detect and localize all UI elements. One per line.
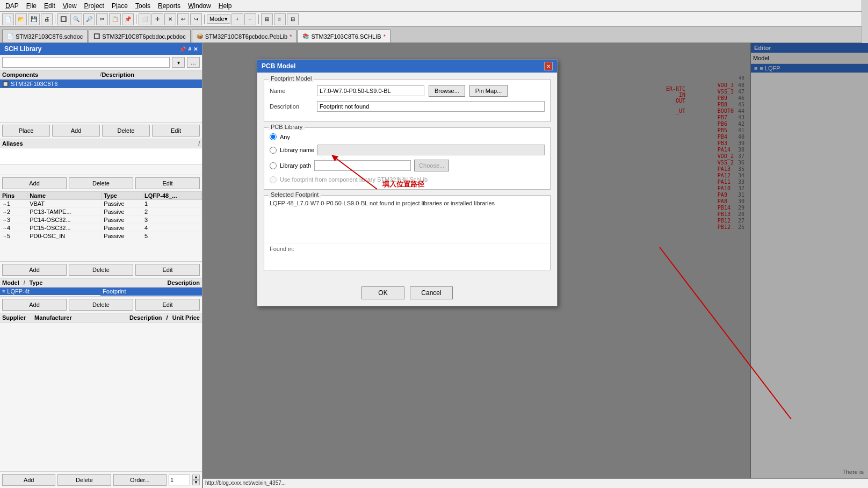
choose-btn[interactable]: Choose...	[414, 160, 449, 171]
order-qty-spinner: ▲ ▼	[192, 475, 200, 485]
toolbar-layer[interactable]: ≡	[274, 13, 286, 25]
add-supplier-button[interactable]: Add	[2, 474, 55, 486]
edit-alias-button[interactable]: Edit	[135, 177, 200, 189]
edit-model-button[interactable]: Edit	[135, 299, 200, 311]
description-input[interactable]	[317, 101, 545, 112]
description-row: Description	[270, 101, 545, 112]
menu-edit[interactable]: Edit	[41, 1, 59, 11]
tab-schlib[interactable]: 📚 STM32F103C8T6.SCHLIB *	[298, 30, 390, 42]
aliases-section-header: Aliases /	[0, 139, 202, 148]
fp-found-in-row: Found in:	[264, 243, 550, 256]
edit-pin-button[interactable]: Edit	[135, 264, 200, 276]
tab-pcblib-icon: 📦	[197, 33, 203, 39]
fp-not-found-text: LQFP-48_L7.0-W7.0-P0.50-LS9.0-BL not fou…	[264, 196, 550, 211]
place-button[interactable]: Place	[2, 125, 50, 137]
pin-map-btn[interactable]: Pin Map...	[469, 85, 508, 97]
search-action-btn[interactable]: …	[187, 57, 200, 68]
delete-supplier-button[interactable]: Delete	[57, 474, 111, 486]
tab-schlib-label: STM32F103C8T6.SCHLIB	[311, 33, 381, 40]
library-path-input[interactable]	[314, 160, 411, 171]
toolbar-grid[interactable]: ⊞	[261, 13, 273, 25]
component-name-stm32: STM32F103C8T6	[11, 81, 57, 87]
tab-pcblib-label: STM32F10C8T6pcbdoc.PcbLib	[205, 33, 287, 40]
toolbar-mode-btn[interactable]: Mode▾	[207, 15, 230, 24]
tab-pcblib[interactable]: 📦 STM32F10C8T6pcbdoc.PcbLib *	[192, 30, 297, 42]
toolbar-extra[interactable]: ⊟	[287, 13, 299, 25]
toolbar-zoomout[interactable]: 🔎	[83, 13, 95, 25]
add-alias-button[interactable]: Add	[2, 177, 67, 189]
tab-pcblib-modified: *	[290, 33, 292, 40]
found-in-label: Found in:	[270, 246, 294, 252]
component-item-stm32[interactable]: 🔲 STM32F103C8T6	[0, 80, 202, 88]
status-text: There is	[842, 469, 864, 475]
ok-button[interactable]: OK	[361, 286, 404, 299]
toolbar-sep4	[258, 15, 259, 24]
menu-place[interactable]: Place	[108, 1, 131, 11]
radio-component-row: Use footprint from component library STM…	[270, 176, 545, 184]
menu-file[interactable]: File	[23, 1, 40, 11]
menu-help[interactable]: Help	[215, 1, 235, 11]
menu-dap[interactable]: DAP	[2, 1, 22, 11]
tab-pcbdoc[interactable]: 🔲 STM32F10C8T6pcbdoc.pcbdoc	[89, 30, 190, 42]
there-is-text: There is	[842, 469, 864, 475]
radio-any[interactable]	[270, 133, 277, 140]
aliases-area	[0, 148, 202, 175]
panel-float-icon[interactable]: #	[188, 46, 191, 52]
cancel-button[interactable]: Cancel	[410, 286, 453, 299]
add-component-button[interactable]: Add	[52, 125, 100, 137]
toolbar-copy[interactable]: 📋	[109, 13, 121, 25]
search-dropdown-btn[interactable]: ▾	[172, 57, 185, 68]
toolbar-redo[interactable]: ↪	[190, 13, 202, 25]
edit-component-button[interactable]: Edit	[152, 125, 200, 137]
delete-component-button[interactable]: Delete	[102, 125, 150, 137]
radio-use-component[interactable]	[270, 176, 277, 183]
order-qty-input[interactable]	[169, 475, 190, 485]
browse-btn[interactable]: Browse...	[429, 85, 465, 97]
footprint-model-section: Footprint Model Name Browse... Pin Map..…	[264, 79, 551, 122]
add-pin-button[interactable]: Add	[2, 264, 67, 276]
toolbar-move[interactable]: ✛	[151, 13, 163, 25]
toolbar-sel[interactable]: ⬜	[139, 13, 150, 25]
toolbar-cut[interactable]: ✂	[96, 13, 108, 25]
toolbar-new[interactable]: 📄	[2, 13, 14, 25]
tab-schdoc[interactable]: 📄 STM32F103C8T6.schdoc	[2, 30, 88, 42]
panel-pin-icon[interactable]: 📌	[179, 46, 186, 52]
toolbar-print[interactable]: 🖨	[41, 13, 53, 25]
panel-close-icon[interactable]: ✕	[193, 46, 198, 52]
dialog-titlebar: PCB Model ✕	[257, 60, 557, 73]
qty-up-btn[interactable]: ▲	[192, 475, 200, 480]
toolbar-paste[interactable]: 📌	[122, 13, 134, 25]
add-model-button[interactable]: Add	[2, 299, 67, 311]
aliases-input[interactable]	[0, 148, 202, 164]
delete-alias-button[interactable]: Delete	[69, 177, 133, 189]
toolbar-undo[interactable]: ↩	[177, 13, 189, 25]
radio-library-path[interactable]	[270, 162, 277, 169]
toolbar-zoom[interactable]: 🔍	[70, 13, 82, 25]
toolbar-save[interactable]: 💾	[28, 13, 40, 25]
menu-project[interactable]: Project	[81, 1, 107, 11]
toolbar-wire[interactable]: ✕	[164, 13, 176, 25]
order-button[interactable]: Order...	[113, 474, 167, 486]
name-row: Name Browse... Pin Map...	[270, 85, 545, 97]
toolbar-component[interactable]: 🔲	[57, 13, 69, 25]
name-input[interactable]	[317, 85, 424, 96]
delete-pin-button[interactable]: Delete	[69, 264, 133, 276]
toolbar-open[interactable]: 📂	[15, 13, 27, 25]
library-name-input[interactable]	[317, 145, 545, 155]
menu-window[interactable]: Window	[185, 1, 214, 11]
toolbar-plus[interactable]: +	[232, 13, 243, 25]
panel-header-icons: 📌 # ✕	[179, 46, 198, 52]
search-input[interactable]	[2, 57, 170, 68]
qty-down-btn[interactable]: ▼	[192, 480, 200, 485]
menu-view[interactable]: View	[60, 1, 80, 11]
delete-model-button[interactable]: Delete	[69, 299, 133, 311]
footprint-model-label: Footprint Model	[269, 75, 314, 82]
radio-library-name[interactable]	[270, 147, 277, 154]
dialog-close-btn[interactable]: ✕	[544, 62, 553, 70]
menu-reports[interactable]: Reports	[155, 1, 184, 11]
menu-tools[interactable]: Tools	[132, 1, 154, 11]
pcb-library-section: PCB Library Any Library name	[264, 127, 551, 190]
tab-pcbdoc-label: STM32F10C8T6pcbdoc.pcbdoc	[102, 33, 185, 40]
status-bar: http://blog.xxxx.net/weixin_4357...	[203, 478, 868, 488]
toolbar-minus[interactable]: −	[244, 13, 256, 25]
